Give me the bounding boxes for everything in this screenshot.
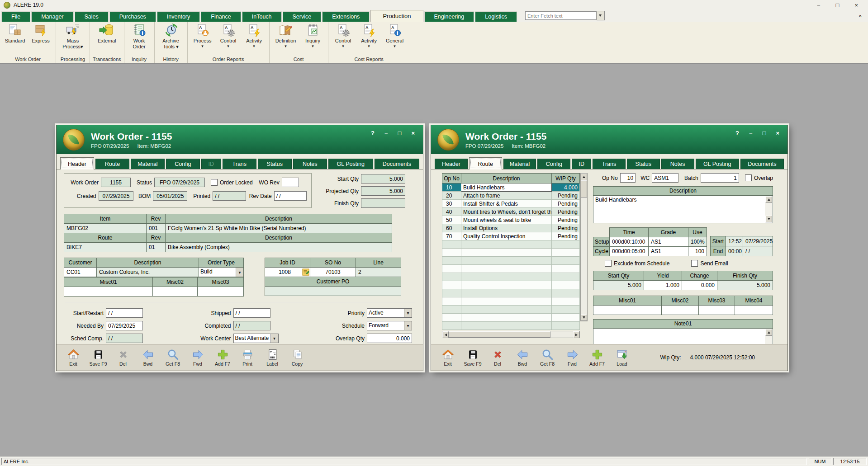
overlap-checkbox[interactable] — [745, 174, 752, 181]
job-id-cell[interactable]: 1008 — [265, 268, 310, 277]
grid-row-empty[interactable] — [442, 281, 580, 289]
exit-button[interactable]: Exit — [62, 348, 85, 367]
grid-row[interactable]: 70Quality Control InspectionPending — [442, 232, 580, 240]
order-reports-process-button[interactable]: A Process — [190, 23, 215, 48]
customer-code-cell[interactable]: CC01 — [64, 268, 97, 277]
forward-button[interactable]: Fwd — [561, 348, 583, 367]
minimize-button[interactable]: − — [749, 130, 753, 137]
send-email-checkbox[interactable] — [691, 260, 698, 267]
tab-trans[interactable]: Trans — [223, 159, 256, 169]
tab-header[interactable]: Header — [60, 157, 94, 169]
grid-row-empty[interactable] — [442, 289, 580, 297]
label-button[interactable]: Label — [261, 348, 284, 367]
so-no-cell[interactable]: 70103 — [310, 268, 356, 277]
grid-vertical-scrollbar[interactable] — [580, 173, 588, 321]
copy-button[interactable]: Copy — [286, 348, 308, 367]
tab-header[interactable]: Header — [435, 159, 468, 169]
menu-tab-purchases[interactable]: Purchases — [109, 11, 156, 22]
standard-button[interactable]: Standard — [3, 23, 27, 44]
menu-tab-sales[interactable]: Sales — [75, 11, 109, 22]
close-button[interactable]: × — [411, 130, 415, 137]
menu-tab-finance[interactable]: Finance — [201, 11, 241, 22]
cost-reports-control-button[interactable]: A Control — [331, 23, 356, 48]
archive-tools-button[interactable]: Archive Tools ▾ — [157, 23, 185, 50]
help-button[interactable]: ? — [371, 130, 375, 137]
load-button[interactable]: Load — [611, 348, 633, 367]
express-button[interactable]: Express — [28, 23, 53, 44]
misc03-field[interactable] — [198, 287, 244, 297]
misc01-field[interactable] — [64, 287, 153, 297]
cycle-grade-field[interactable]: AS1 — [649, 247, 688, 256]
grid-row-empty[interactable] — [442, 257, 580, 265]
maximize-button[interactable]: □ — [398, 130, 402, 137]
misc02-field[interactable] — [662, 306, 699, 315]
chevron-down-icon[interactable] — [404, 309, 412, 317]
scroll-up-button[interactable] — [765, 329, 772, 336]
maximize-button[interactable]: □ — [763, 130, 766, 137]
minimize-button[interactable]: − — [384, 130, 388, 137]
grid-row-empty[interactable] — [442, 273, 580, 281]
scrollbar-thumb[interactable] — [449, 331, 550, 338]
misc01-field[interactable] — [593, 306, 662, 315]
cost-reports-activity-button[interactable]: A Activity — [357, 23, 381, 48]
grid-row[interactable]: 40Mount tires to Wheels, don't forget th… — [442, 208, 580, 216]
order-type-select[interactable]: Build — [199, 268, 243, 277]
tab-config[interactable]: Config — [166, 159, 200, 169]
print-button[interactable]: Print — [236, 348, 259, 367]
misc04-field[interactable] — [735, 306, 773, 315]
grid-row[interactable]: 30Install Shifter & PedalsPending — [442, 200, 580, 208]
fetch-input[interactable] — [525, 11, 597, 20]
grid-row-empty[interactable] — [442, 322, 580, 330]
menu-tab-extensions[interactable]: Extensions — [322, 11, 370, 22]
scrollbar-thumb[interactable] — [581, 180, 587, 198]
tab-config[interactable]: Config — [537, 159, 570, 169]
grid-row-selected[interactable]: 10 Build Handlebars 4.000 — [442, 184, 580, 192]
misc03-field[interactable] — [699, 306, 735, 315]
job-notes-icon[interactable] — [302, 268, 310, 276]
op-no-field[interactable]: 10 — [620, 173, 636, 183]
cost-definition-button[interactable]: Definition — [272, 23, 299, 48]
backward-button[interactable]: Bwd — [137, 348, 159, 367]
backward-button[interactable]: Bwd — [511, 348, 534, 367]
description-textarea[interactable]: Build Handlebars — [593, 196, 773, 223]
help-button[interactable]: ? — [735, 130, 739, 137]
get-button[interactable]: Get F8 — [536, 348, 559, 367]
misc02-field[interactable] — [153, 287, 198, 297]
tab-trans[interactable]: Trans — [593, 159, 626, 169]
menu-tab-manager[interactable]: Manager — [31, 11, 73, 22]
close-button[interactable]: × — [776, 130, 779, 137]
add-button[interactable]: Add F7 — [586, 348, 608, 367]
exit-button[interactable]: Exit — [436, 348, 459, 367]
order-locked-checkbox[interactable] — [211, 179, 218, 186]
grid-row-empty[interactable] — [442, 265, 580, 273]
forward-button[interactable]: Fwd — [186, 348, 209, 367]
change-field[interactable]: 0.000 — [682, 281, 717, 290]
save-button[interactable]: Save F9 — [87, 348, 109, 367]
tab-documents[interactable]: Documents — [740, 159, 784, 169]
work-center-select[interactable]: Best Alternate — [233, 334, 279, 343]
cycle-time-field[interactable]: 000d00:05:00 — [610, 247, 649, 256]
fetch-dropdown-button[interactable] — [597, 11, 605, 20]
tab-id[interactable]: ID — [572, 159, 591, 169]
start-restart-field[interactable]: / / — [106, 308, 143, 318]
tab-gl-posting[interactable]: GL Posting — [328, 159, 373, 169]
menu-tab-service[interactable]: Service — [283, 11, 322, 22]
wo-rev-field[interactable] — [282, 178, 299, 187]
scroll-left-button[interactable] — [442, 331, 449, 338]
needed-by-field[interactable]: 07/29/2025 — [106, 321, 143, 330]
grid-row-empty[interactable] — [442, 240, 580, 249]
menu-tab-logistics[interactable]: Logistics — [475, 11, 517, 22]
get-button[interactable]: Get F8 — [161, 348, 184, 367]
tab-material[interactable]: Material — [503, 159, 536, 169]
scroll-right-button[interactable] — [573, 331, 579, 338]
cycle-use-field[interactable]: 100 — [688, 247, 707, 256]
scroll-up-button[interactable] — [581, 174, 587, 180]
grid-row[interactable]: 20Attach to framePending — [442, 192, 580, 200]
yield-field[interactable]: 1.000 — [644, 281, 682, 290]
menu-tab-intouch[interactable]: InTouch — [242, 11, 282, 22]
tab-gl-posting[interactable]: GL Posting — [696, 159, 739, 169]
setup-grade-field[interactable]: AS1 — [649, 237, 688, 247]
grid-horizontal-scrollbar[interactable] — [442, 331, 580, 338]
scroll-down-button[interactable] — [581, 314, 587, 321]
cost-inquiry-button[interactable]: Inquiry — [301, 23, 325, 48]
